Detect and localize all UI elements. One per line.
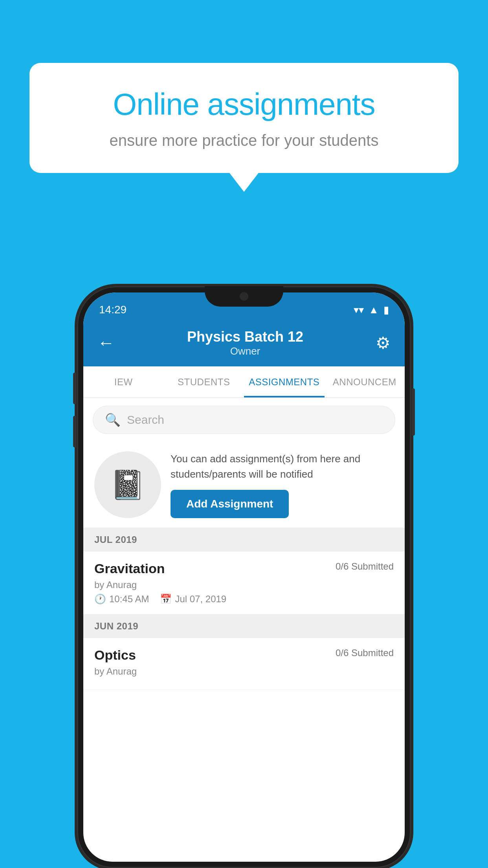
phone-frame: 14:29 ▾▾ ▲ ▮ ← Physics Batch 12 Owner ⚙ <box>77 286 411 868</box>
assignment-submitted: 0/6 Submitted <box>336 561 394 572</box>
add-assignment-button[interactable]: Add Assignment <box>171 490 289 518</box>
notebook-icon: 📓 <box>110 468 145 502</box>
assignment-item-gravitation[interactable]: Gravitation 0/6 Submitted by Anurag 🕐 10… <box>83 552 405 614</box>
assignment-item-optics[interactable]: Optics 0/6 Submitted by Anurag <box>83 638 405 690</box>
status-time: 14:29 <box>99 303 127 316</box>
promo-text-group: You can add assignment(s) from here and … <box>171 451 394 518</box>
assignment-submitted-optics: 0/6 Submitted <box>336 647 394 658</box>
signal-icon: ▲ <box>369 304 379 316</box>
speech-bubble-card: Online assignments ensure more practice … <box>29 63 459 173</box>
assignment-row-top-optics: Optics 0/6 Submitted <box>94 647 394 663</box>
batch-subtitle: Owner <box>187 345 303 357</box>
search-icon: 🔍 <box>105 412 121 427</box>
phone-outer: 14:29 ▾▾ ▲ ▮ ← Physics Batch 12 Owner ⚙ <box>77 286 411 868</box>
assignment-by: by Anurag <box>94 579 394 590</box>
section-header-jun: JUN 2019 <box>83 614 405 638</box>
header-title-group: Physics Batch 12 Owner <box>187 329 303 357</box>
section-header-jul: JUL 2019 <box>83 528 405 552</box>
app-header: ← Physics Batch 12 Owner ⚙ <box>83 319 405 366</box>
assignment-date: Jul 07, 2019 <box>175 594 226 605</box>
volume-up-button <box>73 373 76 404</box>
assignment-time-row: 🕐 10:45 AM 📅 Jul 07, 2019 <box>94 594 394 605</box>
status-icons: ▾▾ ▲ ▮ <box>354 304 389 316</box>
promo-description: You can add assignment(s) from here and … <box>171 451 394 482</box>
assignment-name: Gravitation <box>94 561 165 576</box>
phone-screen: 14:29 ▾▾ ▲ ▮ ← Physics Batch 12 Owner ⚙ <box>83 292 405 862</box>
search-placeholder: Search <box>127 413 164 427</box>
assignment-time: 10:45 AM <box>109 594 149 605</box>
front-camera <box>240 292 248 301</box>
time-item: 🕐 10:45 AM <box>94 594 149 605</box>
speech-bubble-section: Online assignments ensure more practice … <box>29 63 459 173</box>
calendar-icon: 📅 <box>160 594 172 605</box>
screen-content: 🔍 Search 📓 You can add assignment(s) fro… <box>83 398 405 690</box>
tab-assignments[interactable]: ASSIGNMENTS <box>244 366 325 397</box>
tab-announcements[interactable]: ANNOUNCEM <box>325 366 405 397</box>
tab-bar: IEW STUDENTS ASSIGNMENTS ANNOUNCEM <box>83 366 405 398</box>
assignment-by-optics: by Anurag <box>94 666 394 677</box>
phone-notch <box>205 286 283 307</box>
settings-icon[interactable]: ⚙ <box>376 333 391 353</box>
search-bar[interactable]: 🔍 Search <box>93 406 395 434</box>
volume-down-button <box>73 416 76 447</box>
wifi-icon: ▾▾ <box>354 304 364 316</box>
assignment-row-top: Gravitation 0/6 Submitted <box>94 561 394 576</box>
batch-title: Physics Batch 12 <box>187 329 303 345</box>
promo-icon-circle: 📓 <box>94 451 161 518</box>
bubble-title: Online assignments <box>61 86 427 122</box>
tab-overview[interactable]: IEW <box>83 366 164 397</box>
clock-icon: 🕐 <box>94 594 106 605</box>
assignment-name-optics: Optics <box>94 647 136 663</box>
power-button <box>412 388 415 436</box>
back-button[interactable]: ← <box>97 333 115 353</box>
tab-students[interactable]: STUDENTS <box>164 366 244 397</box>
battery-icon: ▮ <box>383 304 389 316</box>
assignment-promo: 📓 You can add assignment(s) from here an… <box>83 442 405 528</box>
bubble-subtitle: ensure more practice for your students <box>61 132 427 149</box>
date-item: 📅 Jul 07, 2019 <box>160 594 226 605</box>
